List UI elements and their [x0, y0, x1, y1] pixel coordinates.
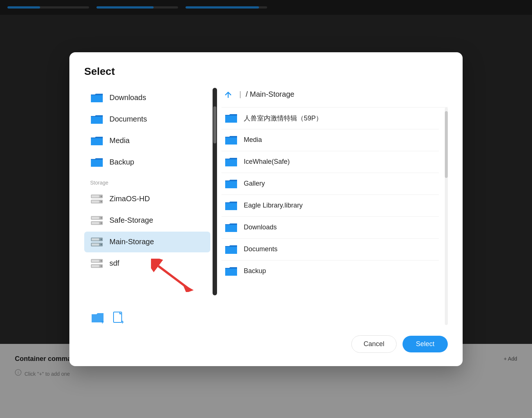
- storage-item-zimaos[interactable]: ZimaOS-HD: [84, 189, 210, 209]
- file-item-3[interactable]: Gallery: [221, 173, 439, 195]
- svg-point-11: [101, 222, 102, 224]
- file-item-7[interactable]: Backup: [221, 261, 439, 282]
- folder-icon: [224, 178, 238, 189]
- file-item-2[interactable]: IceWhale(Safe): [221, 151, 439, 173]
- svg-rect-19: [92, 243, 99, 246]
- file-item-1[interactable]: Media: [221, 129, 439, 151]
- folder-icon: [90, 114, 104, 125]
- svg-text:+: +: [101, 319, 104, 325]
- new-file-button[interactable]: +: [111, 310, 126, 325]
- file-item-name-4: Eagle Library.library: [244, 202, 303, 209]
- svg-text:+: +: [121, 319, 124, 325]
- file-list: 人兽室内激情特辑（59P） Media: [221, 107, 448, 325]
- storage-section-label: Storage: [84, 174, 210, 189]
- sidebar-item-downloads[interactable]: Downloads: [84, 88, 210, 108]
- sidebar-item-media-label: Media: [109, 136, 129, 145]
- sidebar-scrollbar-thumb: [213, 106, 216, 143]
- svg-rect-24: [92, 260, 99, 262]
- svg-point-16: [101, 239, 102, 240]
- modal-body: Downloads Documents: [84, 88, 448, 325]
- modal-backdrop: Select Downloads: [0, 0, 532, 418]
- storage-item-safe[interactable]: Safe-Storage: [84, 210, 210, 231]
- svg-rect-25: [92, 265, 99, 267]
- storage-item-main-label: Main-Storage: [109, 238, 154, 246]
- file-item-5[interactable]: Downloads: [221, 217, 439, 239]
- svg-rect-7: [92, 200, 99, 203]
- svg-point-5: [101, 201, 102, 202]
- file-item-name-7: Backup: [244, 267, 266, 275]
- svg-point-23: [101, 265, 102, 267]
- svg-rect-6: [92, 195, 99, 198]
- svg-rect-12: [92, 217, 99, 219]
- content-panel: | / Main-Storage 人兽室内激情特辑（59P）: [221, 88, 448, 325]
- sidebar-item-backup[interactable]: Backup: [84, 152, 210, 172]
- folder-icon: [224, 200, 238, 211]
- file-item-4[interactable]: Eagle Library.library: [221, 195, 439, 217]
- folder-icon: [224, 156, 238, 167]
- sidebar-item-downloads-label: Downloads: [109, 93, 146, 102]
- folder-icon: [90, 157, 104, 168]
- svg-point-10: [101, 217, 102, 219]
- drive-icon: [90, 258, 104, 269]
- folder-icon: [224, 135, 238, 146]
- storage-item-safe-label: Safe-Storage: [109, 216, 153, 225]
- sidebar: Downloads Documents: [84, 88, 210, 325]
- folder-icon: [224, 244, 238, 255]
- content-scrollbar-thumb: [445, 111, 448, 178]
- svg-point-22: [101, 260, 102, 262]
- drive-icon: [90, 236, 104, 248]
- sidebar-item-documents[interactable]: Documents: [84, 109, 210, 129]
- storage-item-main[interactable]: Main-Storage: [84, 232, 210, 252]
- sidebar-item-backup-label: Backup: [109, 158, 134, 166]
- file-item-name-1: Media: [244, 136, 262, 144]
- svg-rect-13: [92, 222, 99, 224]
- file-item-name-0: 人兽室内激情特辑（59P）: [244, 114, 322, 123]
- file-item-name-6: Documents: [244, 245, 278, 253]
- breadcrumb-up-button[interactable]: [221, 88, 235, 101]
- file-item-name-3: Gallery: [244, 180, 265, 188]
- sidebar-actions: + +: [84, 304, 210, 325]
- storage-item-zimaos-label: ZimaOS-HD: [109, 195, 150, 203]
- sidebar-scrollbar-track[interactable]: [213, 88, 217, 295]
- cancel-button[interactable]: Cancel: [351, 335, 397, 353]
- file-item-0[interactable]: 人兽室内激情特辑（59P）: [221, 107, 439, 129]
- sidebar-item-documents-label: Documents: [109, 115, 147, 123]
- storage-item-sdf-label: sdf: [109, 259, 119, 268]
- folder-icon: [224, 266, 238, 277]
- content-scrollbar-track[interactable]: [445, 107, 448, 325]
- svg-point-4: [101, 196, 102, 197]
- sidebar-item-media[interactable]: Media: [84, 131, 210, 151]
- folder-icon: [90, 92, 104, 103]
- svg-rect-18: [92, 238, 99, 240]
- breadcrumb-separator: |: [239, 90, 241, 99]
- breadcrumb-bar: | / Main-Storage: [221, 88, 448, 107]
- select-button[interactable]: Select: [403, 336, 448, 352]
- folder-icon: [224, 222, 238, 233]
- folder-icon: [90, 135, 104, 146]
- file-list-container: 人兽室内激情特辑（59P） Media: [221, 107, 448, 325]
- modal-title: Select: [84, 66, 448, 77]
- drive-icon: [90, 215, 104, 226]
- drive-icon: [90, 193, 104, 205]
- svg-point-17: [101, 244, 102, 245]
- file-item-6[interactable]: Documents: [221, 239, 439, 261]
- file-item-name-5: Downloads: [244, 223, 277, 231]
- storage-item-sdf[interactable]: sdf: [84, 253, 210, 274]
- file-item-name-2: IceWhale(Safe): [244, 158, 290, 166]
- sidebar-items: Downloads Documents: [84, 88, 210, 304]
- modal-dialog: Select Downloads: [69, 52, 463, 366]
- folder-icon: [224, 113, 238, 124]
- new-folder-button[interactable]: +: [90, 310, 105, 325]
- modal-footer: Cancel Select: [84, 335, 448, 353]
- breadcrumb-path: / Main-Storage: [246, 90, 294, 99]
